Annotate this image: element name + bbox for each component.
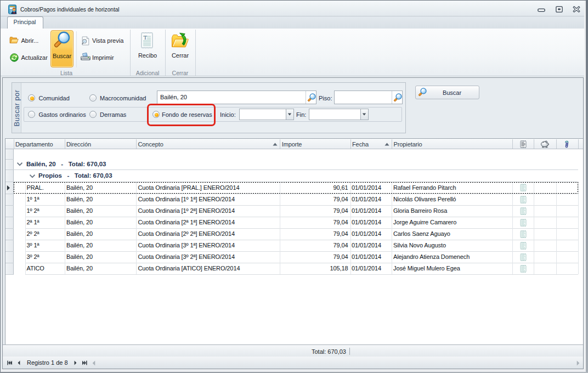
svg-text:T: T [144, 35, 148, 41]
